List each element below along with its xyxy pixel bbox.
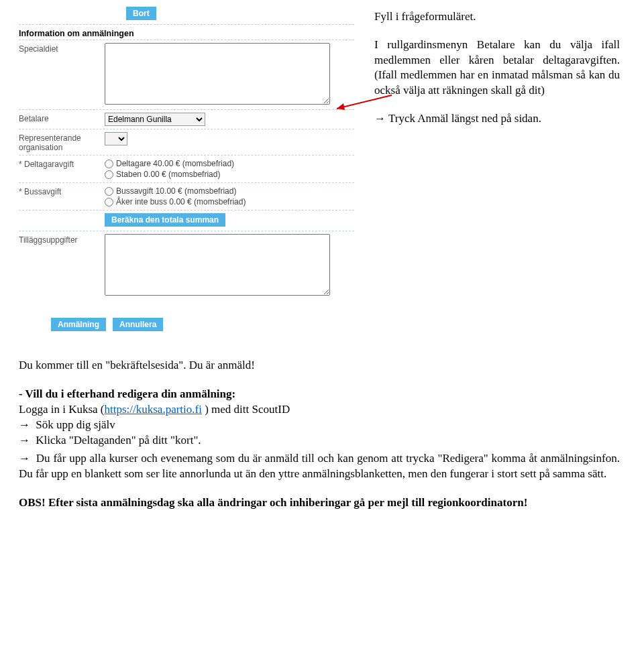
bussavgift-label-2: Åker inte buss 0.00 € (momsbefriad) [116, 197, 246, 206]
submit-button[interactable]: Anmälning [51, 318, 106, 331]
calculate-total-button[interactable]: Beräkna den totala summan [105, 213, 225, 227]
remove-button[interactable]: Bort [126, 7, 156, 20]
side-para-3: →Tryck Anmäl längst ned på sidan. [374, 111, 620, 126]
body-line1-post: ) med ditt ScoutID [202, 403, 290, 416]
arrow-icon: → [19, 434, 30, 446]
label-specialdiet: Specialdiet [19, 43, 105, 54]
kuksa-link[interactable]: https://kuksa.partio.fi [104, 403, 201, 416]
label-bussavgift: * Bussavgift [19, 186, 105, 196]
label-tillagg: Tilläggsuppgifter [19, 234, 105, 245]
specialdiet-textarea[interactable] [105, 43, 330, 105]
body-obs: OBS! Efter sista anmälningsdag ska alla … [19, 495, 620, 511]
arrow-icon: → [19, 418, 30, 431]
deltagaravgift-option-1[interactable]: Deltagare 40.00 € (momsbefriad) [105, 158, 354, 169]
body-line1-pre: Logga in i Kuksa ( [19, 403, 104, 416]
deltagaravgift-radio-1[interactable] [105, 160, 113, 168]
label-deltagaravgift: * Deltagaravgift [19, 158, 105, 169]
body-para-1: Du kommer till en "bekräftelsesida". Du … [19, 358, 620, 373]
arrow-icon: → [374, 112, 386, 125]
bussavgift-option-2[interactable]: Åker inte buss 0.00 € (momsbefriad) [105, 196, 354, 207]
bussavgift-label-1: Bussavgift 10.00 € (momsbefriad) [116, 186, 236, 196]
tillagg-textarea[interactable] [105, 234, 330, 296]
arrow-icon: → [19, 452, 30, 465]
body-line2: Sök upp dig själv [36, 418, 115, 431]
betalare-select[interactable]: Edelmann Gunilla [105, 113, 205, 126]
bussavgift-radio-1[interactable] [105, 187, 113, 196]
instructions-side: Fyll i frågeformuläret. I rullgardinsmen… [354, 0, 644, 140]
bussavgift-option-1[interactable]: Bussavgift 10.00 € (momsbefriad) [105, 186, 354, 196]
deltagaravgift-label-1: Deltagare 40.00 € (momsbefriad) [116, 159, 234, 168]
bussavgift-radio-2[interactable] [105, 198, 113, 206]
section-heading-info: Information om anmälningen [19, 25, 354, 40]
body-heading: - Vill du i efterhand redigera din anmäl… [19, 387, 235, 400]
registration-form: Bort Information om anmälningen Speciald… [0, 0, 354, 331]
side-para-2: I rullgardinsmenyn Betalare kan du välja… [374, 38, 620, 98]
cancel-button[interactable]: Annullera [113, 318, 163, 331]
label-representerande: Representerande organisation [19, 132, 105, 152]
deltagaravgift-option-2[interactable]: Staben 0.00 € (momsbefriad) [105, 169, 354, 180]
deltagaravgift-radio-2[interactable] [105, 170, 113, 179]
side-para-1: Fyll i frågeformuläret. [374, 9, 620, 24]
instructions-body: Du kommer till en "bekräftelsesida". Du … [0, 331, 644, 511]
label-betalare: Betalare [19, 113, 105, 123]
body-line4: → Du får upp alla kurser och evenemang s… [19, 451, 620, 482]
body-line3: Klicka "Deltaganden" på ditt "kort". [36, 434, 201, 446]
deltagaravgift-label-2: Staben 0.00 € (momsbefriad) [116, 170, 220, 179]
representerande-select[interactable] [105, 132, 127, 145]
